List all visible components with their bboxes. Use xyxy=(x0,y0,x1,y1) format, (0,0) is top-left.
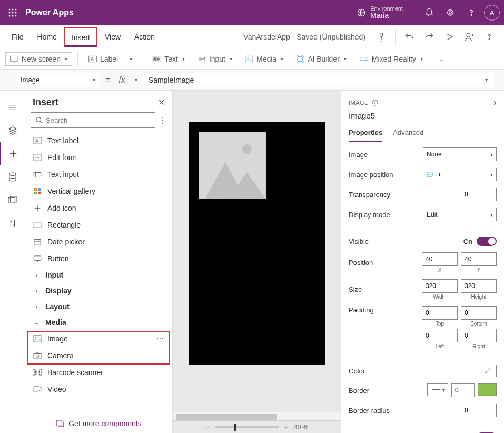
media-button[interactable]: Media▾ xyxy=(240,52,289,66)
rail-tools-icon[interactable] xyxy=(0,212,25,235)
prop-border-color[interactable] xyxy=(478,383,497,396)
svg-point-8 xyxy=(15,15,17,17)
ai-builder-button[interactable]: AI Builder▾ xyxy=(291,52,352,66)
property-selector[interactable]: Image▾ xyxy=(16,73,100,87)
control-type-label: IMAGE xyxy=(349,100,378,106)
label-button[interactable]: Label xyxy=(83,52,123,66)
fx-chevron-icon[interactable]: ▾ xyxy=(135,77,137,83)
input-button[interactable]: Input▾ xyxy=(192,52,238,66)
insert-item-addicon[interactable]: Add icon xyxy=(25,200,172,216)
insert-item-image[interactable]: Image⋯ xyxy=(25,330,172,347)
canvas[interactable] xyxy=(173,91,341,412)
settings-icon[interactable] xyxy=(440,2,461,23)
mixed-reality-button[interactable]: Mixed Reality▾ xyxy=(354,52,428,66)
image-control[interactable] xyxy=(199,132,266,199)
insert-cat-layout[interactable]: ›Layout xyxy=(25,299,172,314)
notifications-icon[interactable] xyxy=(419,2,440,23)
prop-pad-l-input[interactable] xyxy=(422,329,458,342)
prop-trans-input[interactable] xyxy=(461,188,497,201)
svg-rect-34 xyxy=(38,192,41,194)
left-rail xyxy=(0,91,25,433)
insert-item-rectangle[interactable]: Rectangle xyxy=(25,216,172,233)
svg-rect-14 xyxy=(11,56,18,61)
get-more-components[interactable]: Get more components xyxy=(25,414,172,433)
text-button[interactable]: Abc Text▾ xyxy=(146,52,190,66)
chevron-down-icon: ⌄ xyxy=(33,319,40,326)
menu-home[interactable]: Home xyxy=(31,27,63,46)
prop-bradius-input[interactable] xyxy=(461,404,497,417)
preview-icon[interactable] xyxy=(440,27,459,46)
zoom-out-icon[interactable]: − xyxy=(205,422,210,432)
menu-view[interactable]: View xyxy=(98,27,127,46)
prop-y-input[interactable] xyxy=(461,252,497,266)
zoom-in-icon[interactable]: + xyxy=(284,422,289,432)
ribbon-overflow-icon[interactable]: ⌄ xyxy=(431,52,452,66)
expand-panel-icon[interactable]: › xyxy=(493,97,497,108)
rail-insert-icon[interactable] xyxy=(0,142,25,165)
prop-pad-t-input[interactable] xyxy=(422,306,458,320)
insert-cat-media[interactable]: ⌄Media xyxy=(25,314,172,330)
prop-border-style[interactable]: ▾ xyxy=(427,383,448,396)
rail-layers-icon[interactable] xyxy=(0,119,25,142)
rail-tree-icon[interactable] xyxy=(0,96,25,119)
insert-cat-input[interactable]: ›Input xyxy=(25,267,172,283)
app-launcher-icon[interactable] xyxy=(4,4,21,21)
panel-more-icon[interactable]: ⋮ xyxy=(159,115,167,125)
item-more-icon[interactable]: ⋯ xyxy=(156,334,165,343)
fx-label: fx xyxy=(115,75,128,85)
menu-file[interactable]: File xyxy=(5,27,30,46)
prop-x-input[interactable] xyxy=(422,252,458,266)
label-chevron-icon[interactable]: ▾ xyxy=(126,53,135,65)
menu-insert[interactable]: Insert xyxy=(64,27,97,47)
text-input-icon xyxy=(33,170,42,179)
svg-point-11 xyxy=(471,15,472,16)
prop-image-select[interactable]: None▾ xyxy=(423,147,497,161)
zoom-slider[interactable] xyxy=(215,426,279,428)
help-icon[interactable] xyxy=(461,2,482,23)
prop-border-width-input[interactable] xyxy=(451,383,475,397)
insert-item-barcode[interactable]: Barcode scanner xyxy=(25,364,172,381)
insert-item-textinput[interactable]: Text input xyxy=(25,166,172,183)
close-icon[interactable]: ✕ xyxy=(158,97,165,107)
svg-point-19 xyxy=(247,57,248,58)
prop-border-label: Border xyxy=(349,387,369,395)
prop-bradius-label: Border radius xyxy=(349,407,390,415)
control-name[interactable]: Image5 xyxy=(341,110,504,124)
insert-item-video[interactable]: Video xyxy=(25,381,172,398)
rail-media-icon[interactable] xyxy=(0,189,25,212)
prop-h-input[interactable] xyxy=(461,279,497,293)
app-checker-icon[interactable] xyxy=(372,27,391,46)
environment-selector[interactable]: Environment Maria xyxy=(357,5,403,19)
insert-item-button[interactable]: Button xyxy=(25,250,172,267)
phone-screen[interactable] xyxy=(189,122,325,365)
formula-input[interactable]: SampleImage ▾ xyxy=(143,73,493,87)
prop-imgpos-select[interactable]: Fit▾ xyxy=(423,168,497,181)
menu-action[interactable]: Action xyxy=(128,27,161,46)
undo-icon[interactable] xyxy=(400,27,419,46)
prop-pad-r-input[interactable] xyxy=(461,329,497,342)
prop-visible-toggle[interactable] xyxy=(477,237,497,246)
insert-item-gallery[interactable]: Vertical gallery xyxy=(25,183,172,200)
search-input[interactable] xyxy=(31,112,155,128)
new-screen-button[interactable]: New screen▾ xyxy=(5,52,72,66)
insert-item-editform[interactable]: Edit form xyxy=(25,149,172,166)
insert-item-camera[interactable]: Camera xyxy=(25,347,172,364)
tab-properties[interactable]: Properties xyxy=(349,124,382,142)
prop-pad-b-input[interactable] xyxy=(461,306,497,320)
prop-w-input[interactable] xyxy=(422,279,458,293)
insert-item-textlabel[interactable]: Text label xyxy=(25,132,172,149)
insert-item-datepicker[interactable]: Date picker xyxy=(25,233,172,250)
help-icon-2[interactable] xyxy=(480,27,499,46)
prop-color-picker[interactable] xyxy=(479,365,497,377)
horizontal-scrollbar[interactable] xyxy=(173,412,341,420)
prop-disp-select[interactable]: Edit▾ xyxy=(423,208,497,221)
share-icon[interactable] xyxy=(460,27,479,46)
prop-size-label: Size xyxy=(349,286,362,293)
prop-image-label: Image xyxy=(349,151,368,159)
tab-advanced[interactable]: Advanced xyxy=(393,124,423,142)
user-avatar[interactable]: A xyxy=(484,5,500,21)
insert-cat-display[interactable]: ›Display xyxy=(25,283,172,299)
redo-icon[interactable] xyxy=(420,27,439,46)
rail-data-icon[interactable] xyxy=(0,165,25,189)
svg-point-3 xyxy=(9,12,11,14)
